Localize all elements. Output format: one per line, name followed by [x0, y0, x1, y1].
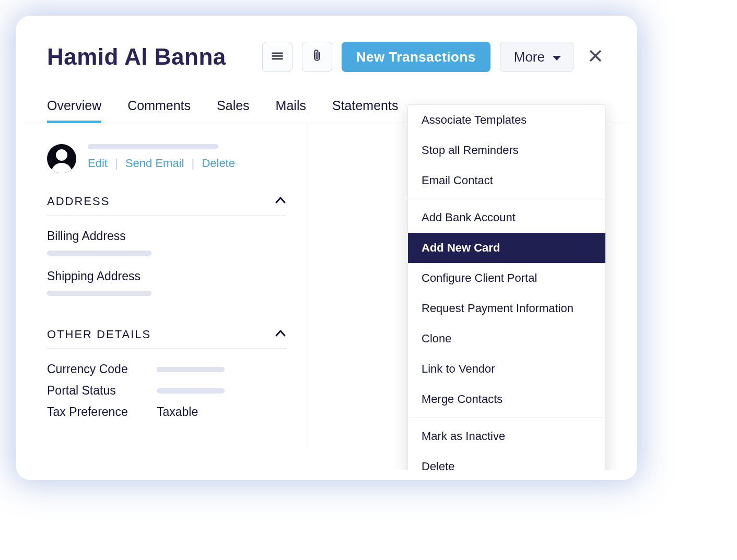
tab-overview[interactable]: Overview [47, 98, 101, 123]
billing-address-label: Billing Address [47, 229, 287, 243]
tab-sales[interactable]: Sales [217, 98, 250, 123]
avatar [47, 144, 76, 173]
billing-address-placeholder [47, 251, 151, 256]
currency-code-value [157, 367, 287, 372]
contact-window: Hamid Al Banna New Transactions More Ove… [26, 26, 627, 470]
tax-preference-value: Taxable [157, 405, 287, 419]
shipping-address-label: Shipping Address [47, 269, 287, 283]
paperclip-icon [310, 49, 324, 65]
caret-down-icon [552, 49, 561, 65]
menu-merge-contacts[interactable]: Merge Contacts [408, 384, 605, 414]
address-section-title: ADDRESS [47, 195, 110, 208]
contact-name-placeholder [88, 144, 218, 149]
close-icon [588, 48, 603, 66]
new-transactions-button[interactable]: New Transactions [342, 42, 490, 72]
address-section-header[interactable]: ADDRESS [47, 194, 287, 216]
menu-add-new-card[interactable]: Add New Card [408, 233, 605, 263]
menu-stop-all-reminders[interactable]: Stop all Reminders [408, 135, 605, 165]
menu-associate-templates[interactable]: Associate Templates [408, 105, 605, 135]
other-details-section-header[interactable]: OTHER DETAILS [47, 327, 287, 349]
svg-rect-0 [272, 53, 283, 54]
portal-status-value [157, 388, 287, 394]
tab-comments[interactable]: Comments [127, 98, 191, 123]
menu-lines-icon [271, 49, 284, 65]
close-button[interactable] [585, 46, 606, 67]
edit-link[interactable]: Edit [88, 157, 108, 170]
more-button[interactable]: More [500, 42, 574, 72]
tax-preference-label: Tax Preference [47, 405, 157, 419]
attachments-button[interactable] [302, 42, 332, 72]
other-details-section-title: OTHER DETAILS [47, 328, 151, 341]
header: Hamid Al Banna New Transactions More [26, 26, 627, 72]
svg-rect-1 [272, 55, 283, 57]
menu-divider [408, 418, 605, 418]
menu-email-contact[interactable]: Email Contact [408, 165, 605, 196]
send-email-link[interactable]: Send Email [125, 157, 184, 170]
overview-left-column: Edit | Send Email | Delete ADDRESS Billi… [26, 123, 308, 447]
other-details-grid: Currency Code Portal Status Tax Preferen… [47, 362, 287, 419]
page-title: Hamid Al Banna [47, 44, 226, 70]
tab-statements[interactable]: Statements [332, 98, 398, 123]
more-button-label: More [514, 49, 545, 65]
menu-configure-client-portal[interactable]: Configure Client Portal [408, 263, 605, 293]
currency-code-label: Currency Code [47, 362, 157, 376]
menu-clone[interactable]: Clone [408, 324, 605, 354]
svg-rect-2 [272, 58, 283, 59]
tab-mails[interactable]: Mails [276, 98, 306, 123]
shipping-address-placeholder [47, 291, 151, 296]
portal-status-label: Portal Status [47, 384, 157, 398]
chevron-up-icon [274, 194, 287, 209]
menu-request-payment-information[interactable]: Request Payment Information [408, 293, 605, 324]
more-dropdown-menu: Associate Templates Stop all Reminders E… [407, 104, 606, 470]
menu-delete[interactable]: Delete [408, 451, 605, 470]
menu-mark-as-inactive[interactable]: Mark as Inactive [408, 421, 605, 451]
chevron-up-icon [274, 327, 287, 342]
contact-action-links: Edit | Send Email | Delete [88, 157, 287, 170]
menu-link-to-vendor[interactable]: Link to Vendor [408, 354, 605, 384]
menu-divider [408, 199, 605, 199]
menu-add-bank-account[interactable]: Add Bank Account [408, 202, 605, 233]
delete-link[interactable]: Delete [202, 157, 235, 170]
toggle-lines-button[interactable] [262, 42, 293, 72]
